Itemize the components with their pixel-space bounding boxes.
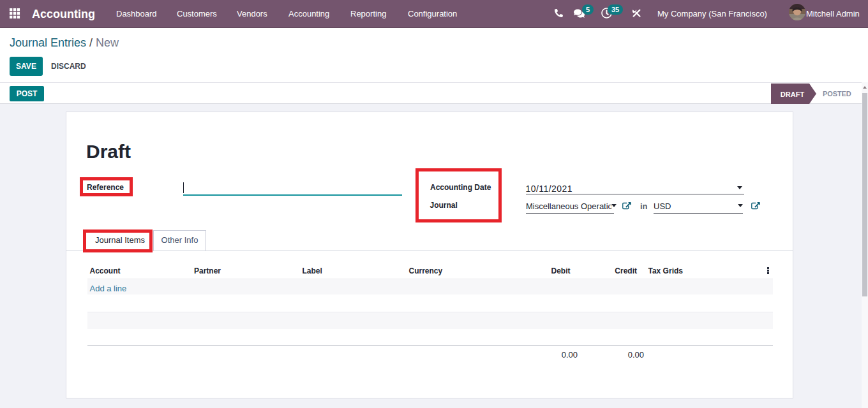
svg-text:DRAFT: DRAFT (781, 91, 805, 98)
